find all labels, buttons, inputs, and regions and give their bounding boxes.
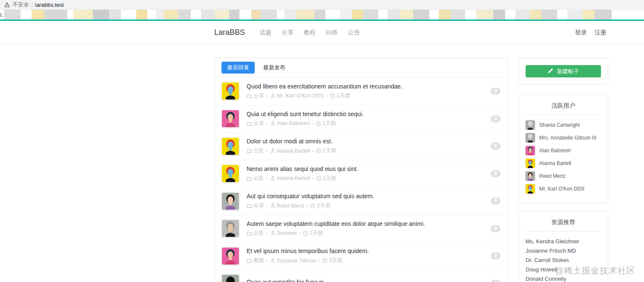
url-text[interactable]: larabbs.test: [35, 2, 64, 8]
bookmark-chip: [229, 10, 239, 20]
topic-row[interactable]: Et vel ipsum minus temporibus facere qui…: [215, 242, 507, 270]
topic-title[interactable]: Dolor ut dolor modi at omnis est.: [247, 138, 491, 145]
user-name: Alanna Bartell: [539, 160, 571, 166]
topic-title[interactable]: Autem saepe voluptatem cupiditate eos do…: [247, 220, 491, 227]
active-user-item[interactable]: Mrs. Annabelle Gibson III: [526, 133, 601, 142]
site-header: LaraBBS 话题分享教程问答公告 登录注册: [0, 21, 644, 45]
topic-author-link[interactable]: Alanna Bartell: [277, 148, 310, 154]
topic-row[interactable]: Quia ut eligendi sunt tenetur distinctio…: [215, 105, 507, 133]
topic-author-avatar[interactable]: [221, 274, 239, 282]
active-user-item[interactable]: Shania Cartwright: [526, 120, 601, 130]
topic-title[interactable]: Et vel ipsum minus temporibus facere qui…: [247, 248, 491, 254]
active-user-item[interactable]: Alanna Bartell: [526, 159, 601, 168]
topic-category-link[interactable]: 分享: [253, 202, 264, 209]
new-post-button[interactable]: 新建帖子: [526, 65, 601, 77]
topic-author-link[interactable]: Suzanne Tillman: [277, 258, 316, 264]
clock-icon: [316, 176, 322, 181]
person-icon: [270, 93, 276, 99]
topic-author-link[interactable]: Alan Balistreri: [277, 120, 310, 126]
active-user-item[interactable]: Reed Mertz: [526, 171, 601, 181]
bookmark-chip: [413, 10, 429, 20]
bookmark-chip: [44, 10, 67, 20]
topic-author-avatar[interactable]: [221, 165, 239, 182]
topic-author-link[interactable]: Reed Mertz: [277, 203, 305, 209]
recommended-link[interactable]: Ms. Kendra Gleichner: [526, 237, 601, 246]
topic-row[interactable]: Nemo animi alias sequi quod eius qui sin…: [215, 160, 507, 188]
topic-author-link[interactable]: Mr. Karl O'Kon DDS: [277, 93, 324, 99]
topic-category-link[interactable]: 公告: [253, 147, 264, 154]
recommended-link[interactable]: Dr. Carroll Stokes: [526, 256, 601, 265]
active-user-item[interactable]: Mr. Karl O'Kon DDS: [526, 184, 601, 194]
new-post-card: 新建帖子: [518, 58, 608, 85]
topic-info: Et vel ipsum minus temporibus facere qui…: [247, 248, 491, 264]
topic-category-link[interactable]: 分享: [253, 92, 264, 100]
bookmark-chip: [325, 10, 340, 20]
topic-category-link[interactable]: 公告: [253, 175, 264, 182]
recommended-link[interactable]: Donald Connelly: [526, 274, 601, 282]
topic-author-avatar[interactable]: [221, 192, 239, 210]
topic-row[interactable]: Aut qui consequatur voluptatum sed quis …: [215, 187, 507, 215]
topic-author-avatar[interactable]: [221, 110, 239, 128]
topic-category-link[interactable]: 教程: [253, 257, 264, 264]
bookmark-chip: [73, 10, 93, 20]
bookmark-chip: [201, 10, 215, 20]
nav-item-5[interactable]: 公告: [343, 29, 365, 37]
topic-author-link[interactable]: Alanna Bartell: [277, 175, 310, 181]
bookmark-chip: [429, 10, 439, 20]
topic-title[interactable]: Quia ut eligendi sunt tenetur distinctio…: [247, 111, 491, 117]
topic-title[interactable]: Quas aut expedita hic fuga in.: [247, 279, 491, 282]
recommended-link[interactable]: Josianne Fritsch MD: [526, 246, 601, 256]
bookmark-chip: [156, 10, 164, 20]
topic-time: 2天前: [317, 202, 331, 209]
nav-item-4[interactable]: 问答: [321, 29, 343, 37]
topic-author-avatar[interactable]: [221, 137, 239, 155]
bookmark-chip: [251, 10, 261, 20]
reply-count-badge: 0: [491, 170, 500, 177]
topic-author-avatar[interactable]: [221, 82, 239, 100]
brand-logo[interactable]: LaraBBS: [214, 28, 245, 37]
topic-author-avatar[interactable]: [221, 247, 239, 265]
topic-row[interactable]: Dolor ut dolor modi at omnis est.公告•Alan…: [215, 132, 507, 160]
topic-meta: 分享•Alan Balistreri•1天前: [247, 120, 491, 127]
topic-time: 1天前: [336, 92, 350, 100]
topic-title[interactable]: Quod libero ea exercitationem accusantiu…: [247, 83, 491, 90]
bookmark-chip: [515, 10, 530, 20]
bookmark-chip: [542, 10, 557, 20]
topic-row[interactable]: Quod libero ea exercitationem accusantiu…: [215, 77, 507, 105]
topic-row[interactable]: Quas aut expedita hic fuga in.0: [215, 270, 507, 282]
user-name: Mr. Karl O'Kon DDS: [539, 186, 584, 192]
bookmark-chip: [388, 10, 400, 20]
user-avatar: [526, 120, 535, 130]
auth-nav: 登录注册: [571, 29, 610, 37]
auth-link-1[interactable]: 登录: [571, 29, 591, 37]
clock-icon: [303, 231, 308, 236]
folder-icon: [247, 176, 252, 181]
topic-title[interactable]: Aut qui consequatur voluptatum sed quis …: [247, 193, 491, 199]
bookmark-chip: [530, 10, 542, 20]
sidebar: 新建帖子 活跃用户 Shania Cartwright Mrs. Annabel…: [518, 58, 608, 282]
topic-author-link[interactable]: Summer: [277, 230, 297, 236]
meta-dot: •: [318, 258, 320, 263]
auth-link-2[interactable]: 注册: [591, 29, 610, 37]
browser-address-bar[interactable]: 不安全 larabbs.test: [0, 0, 644, 10]
tab-last-replied[interactable]: 最后回复: [221, 62, 255, 74]
nav-item-3[interactable]: 教程: [299, 29, 321, 37]
nav-item-1[interactable]: 话题: [254, 29, 276, 37]
bookmark-chip: [400, 10, 413, 20]
partial-bookmark-label: L: [0, 12, 3, 18]
topic-time: 3天前: [329, 257, 342, 264]
folder-icon: [247, 231, 252, 236]
topic-row[interactable]: Autem saepe voluptatem cupiditate eos do…: [215, 215, 507, 242]
recommended-link[interactable]: Doug Howell: [526, 265, 601, 274]
tab-recent[interactable]: 最新发布: [260, 62, 289, 74]
topic-author-avatar[interactable]: [221, 219, 239, 237]
topic-title[interactable]: Nemo animi alias sequi quod eius qui sin…: [247, 165, 491, 172]
active-user-item[interactable]: Alan Balistreri: [526, 146, 601, 155]
nav-item-2[interactable]: 分享: [276, 29, 299, 37]
topic-category-link[interactable]: 分享: [253, 120, 264, 127]
reply-count-badge: 0: [491, 197, 500, 205]
topic-info: Quia ut eligendi sunt tenetur distinctio…: [247, 111, 491, 127]
topic-category-link[interactable]: 公告: [253, 230, 264, 237]
main-content: 最后回复 最新发布 Quod libero ea exercitationem …: [214, 45, 610, 282]
user-name: Reed Mertz: [539, 173, 566, 179]
